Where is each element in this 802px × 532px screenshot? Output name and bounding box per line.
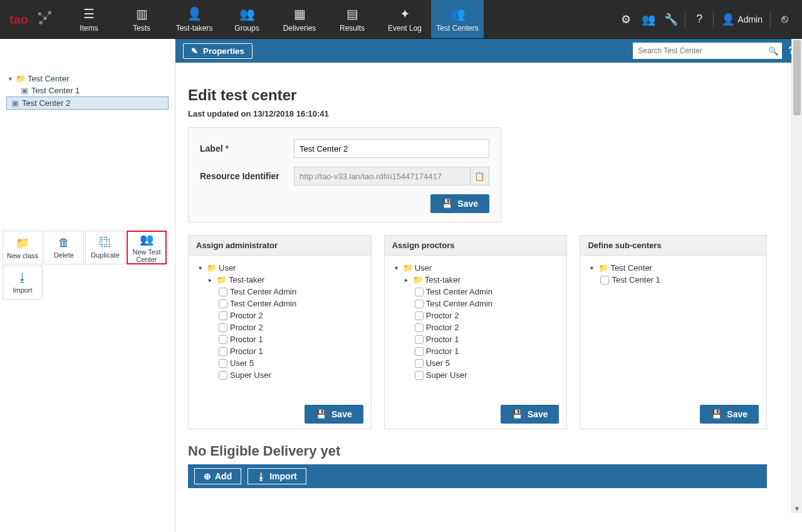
nav-event-log[interactable]: ✦Event Log <box>378 0 431 38</box>
logo[interactable]: tao <box>0 8 63 31</box>
user-item[interactable]: Super User <box>392 369 560 381</box>
sidebar: ▾📁Test Center ▣Test Center 1 ▣Test Cente… <box>0 63 175 532</box>
save-button[interactable]: 💾Save <box>430 194 489 213</box>
checkbox[interactable] <box>415 335 424 344</box>
add-eligible-button[interactable]: ⊕Add <box>194 468 241 484</box>
nav-results[interactable]: ▤Results <box>326 0 378 38</box>
expand-icon[interactable]: ▸ <box>405 276 411 283</box>
admin-menu[interactable]: 👤Admin <box>716 8 768 31</box>
checkbox[interactable] <box>219 300 227 308</box>
nav-groups[interactable]: 👥Groups <box>221 0 273 38</box>
last-updated: Last updated on 13/12/2018 16:10:41 <box>188 109 767 118</box>
checkbox[interactable] <box>219 288 227 296</box>
folder-icon: 📁 <box>16 74 26 83</box>
panel-title: Assign administrator <box>189 236 371 256</box>
tests-icon: ▥ <box>136 6 148 21</box>
save-icon: 💾 <box>442 199 452 209</box>
nav-test-centers[interactable]: 👥Test Centers <box>431 0 484 38</box>
nav-tests[interactable]: ▥Tests <box>115 0 168 38</box>
testtaker-folder[interactable]: ▸📁Test-taker <box>392 274 560 286</box>
help-icon[interactable]: ? <box>688 8 711 31</box>
checkbox[interactable] <box>415 300 424 308</box>
user-root[interactable]: ▾📁User <box>196 262 363 274</box>
duplicate-button[interactable]: ⿻Duplicate <box>85 231 125 264</box>
label-input[interactable] <box>294 139 489 158</box>
resource-id-input <box>294 167 471 185</box>
tree-item-test-center-2[interactable]: ▣Test Center 2 <box>6 96 169 110</box>
checkbox[interactable] <box>600 276 609 284</box>
collapse-icon[interactable]: ▾ <box>395 264 401 271</box>
user-item[interactable]: Test Center Admin <box>392 286 560 298</box>
user-root[interactable]: ▾📁User <box>392 262 560 274</box>
page-title: Edit test center <box>188 86 767 104</box>
user-item[interactable]: Proctor 2 <box>392 321 560 333</box>
scroll-down[interactable]: ▼ <box>792 503 802 513</box>
checkbox[interactable] <box>219 371 227 380</box>
checkbox[interactable] <box>219 347 227 356</box>
plus-icon: ⊕ <box>204 471 211 481</box>
testtaker-folder[interactable]: ▸📁Test-taker <box>196 274 363 286</box>
svg-text:tao: tao <box>9 13 28 26</box>
tree-item-test-center-1[interactable]: ▣Test Center 1 <box>6 85 169 96</box>
checkbox[interactable] <box>415 371 424 380</box>
search-input[interactable] <box>633 43 764 59</box>
user-item[interactable]: Proctor 1 <box>392 333 560 345</box>
user-item[interactable]: Test Center Admin <box>196 298 363 310</box>
user-item[interactable]: Proctor 1 <box>196 333 363 345</box>
checkbox[interactable] <box>415 311 424 320</box>
subcenter-root[interactable]: ▾📁Test Center <box>588 262 759 274</box>
tools-icon[interactable]: 🔧 <box>660 8 682 31</box>
import-eligible-button[interactable]: ⭳Import <box>247 468 306 484</box>
copy-resource-id-button[interactable]: 📋 <box>471 167 489 185</box>
import-icon: ⭳ <box>17 271 28 284</box>
expand-icon[interactable]: ▸ <box>209 276 215 283</box>
nav-test-takers[interactable]: 👤Test-takers <box>168 0 221 38</box>
deliveries-icon: ▦ <box>294 6 306 21</box>
clipboard-icon: 📋 <box>474 172 485 181</box>
settings-icon[interactable]: ⚙ <box>615 8 637 31</box>
user-item[interactable]: Proctor 2 <box>392 310 560 321</box>
edit-form: Label * Resource Identifier 📋 💾Save <box>188 127 501 222</box>
user-item[interactable]: Test Center Admin <box>196 286 363 298</box>
checkbox[interactable] <box>415 359 424 368</box>
scroll-thumb[interactable] <box>793 40 801 115</box>
save-icon: 💾 <box>512 409 523 419</box>
checkbox[interactable] <box>219 335 227 344</box>
new-class-button[interactable]: 📁New class <box>3 231 43 264</box>
user-item[interactable]: Super User <box>196 369 363 381</box>
checkbox[interactable] <box>219 323 227 332</box>
folder-icon: 📁 <box>207 263 217 273</box>
checkbox[interactable] <box>415 323 424 332</box>
new-test-center-button[interactable]: 👥New Test Center <box>127 231 167 264</box>
properties-button[interactable]: ✎Properties <box>183 43 253 59</box>
checkbox[interactable] <box>415 288 424 296</box>
save-admin-button[interactable]: 💾Save <box>305 405 363 424</box>
scrollbar[interactable]: ▲ ▼ <box>791 39 802 513</box>
import-button[interactable]: ⭳Import <box>3 266 43 300</box>
no-eligible-heading: No Eligible Delivery yet <box>188 443 767 459</box>
tree-root-test-center[interactable]: ▾📁Test Center <box>6 73 169 85</box>
user-item[interactable]: User 5 <box>392 357 560 369</box>
delete-button[interactable]: 🗑Delete <box>44 231 84 264</box>
user-item[interactable]: Test Center Admin <box>392 298 560 310</box>
subcenter-item[interactable]: Test Center 1 <box>588 274 759 286</box>
user-item[interactable]: Proctor 1 <box>392 345 560 357</box>
logout-icon[interactable]: ⎋ <box>773 8 796 31</box>
user-item[interactable]: Proctor 2 <box>196 321 363 333</box>
collapse-icon[interactable]: ▾ <box>199 264 205 271</box>
save-proctors-button[interactable]: 💾Save <box>501 405 560 424</box>
save-subcenters-button[interactable]: 💾Save <box>700 405 759 424</box>
user-item[interactable]: Proctor 2 <box>196 310 363 321</box>
user-item[interactable]: User 5 <box>196 357 363 369</box>
collapse-icon[interactable]: ▾ <box>6 75 14 82</box>
user-item[interactable]: Proctor 1 <box>196 345 363 357</box>
users-icon[interactable]: 👥 <box>637 8 660 31</box>
search-button[interactable]: 🔍 <box>764 43 782 59</box>
nav-items[interactable]: ☰Items <box>63 0 115 38</box>
eventlog-icon: ✦ <box>400 6 410 21</box>
nav-deliveries[interactable]: ▦Deliveries <box>273 0 326 38</box>
checkbox[interactable] <box>415 347 424 356</box>
collapse-icon[interactable]: ▾ <box>590 264 596 271</box>
checkbox[interactable] <box>219 359 227 368</box>
checkbox[interactable] <box>219 311 227 320</box>
